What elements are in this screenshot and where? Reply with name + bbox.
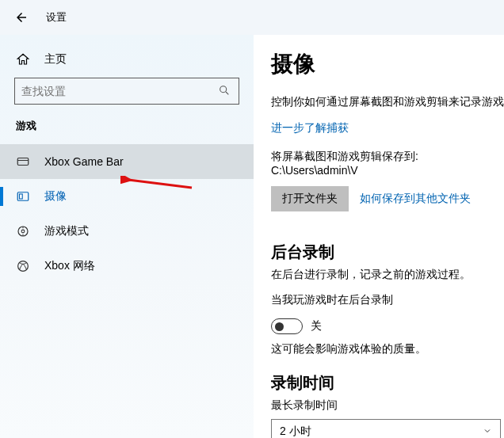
record-time-dropdown[interactable]: 2 小时	[271, 419, 501, 438]
page-description: 控制你如何通过屏幕截图和游戏剪辑来记录游戏	[271, 93, 504, 110]
open-folder-button[interactable]: 打开文件夹	[271, 186, 349, 211]
sidebar-item-label: 游戏模式	[44, 224, 89, 238]
background-record-toggle[interactable]	[271, 318, 303, 334]
background-record-warning: 这可能会影响游戏体验的质量。	[271, 342, 504, 356]
svg-line-1	[226, 92, 228, 94]
capture-icon	[16, 189, 30, 204]
svg-point-0	[220, 86, 227, 92]
save-path-label: 将屏幕截图和游戏剪辑保存到: C:\Users\admin\V	[271, 150, 504, 177]
chevron-down-icon	[483, 425, 492, 438]
page-title: 摄像	[271, 49, 504, 79]
sidebar-item-capture[interactable]: 摄像	[0, 179, 254, 214]
search-box[interactable]	[14, 78, 239, 105]
learn-more-link[interactable]: 进一步了解捕获	[271, 121, 504, 135]
game-mode-icon	[16, 224, 30, 238]
record-time-label: 最长录制时间	[271, 398, 504, 413]
home-icon	[16, 52, 30, 67]
sidebar-item-game-mode[interactable]: 游戏模式	[0, 214, 254, 249]
record-time-value: 2 小时	[280, 425, 311, 438]
arrow-left-icon	[14, 10, 29, 25]
search-input[interactable]	[21, 85, 218, 97]
xbox-icon	[16, 259, 30, 273]
sidebar-section-label: 游戏	[0, 119, 254, 144]
background-record-desc: 在后台进行录制，记录之前的游戏过程。	[271, 268, 504, 282]
game-bar-icon	[16, 154, 30, 169]
toggle-state-label: 关	[311, 319, 322, 333]
window-title: 设置	[46, 10, 67, 25]
sidebar-item-label: Xbox Game Bar	[44, 155, 124, 168]
home-link[interactable]: 主页	[0, 48, 254, 78]
main-content: 摄像 控制你如何通过屏幕截图和游戏剪辑来记录游戏 进一步了解捕获 将屏幕截图和游…	[254, 35, 504, 438]
svg-rect-2	[17, 158, 29, 166]
record-time-heading: 录制时间	[271, 372, 504, 394]
home-label: 主页	[44, 52, 67, 67]
sidebar-item-label: Xbox 网络	[44, 259, 95, 273]
search-icon	[218, 84, 231, 99]
svg-point-7	[21, 230, 25, 233]
sidebar: 主页 游戏 Xbox Game Bar 摄像	[0, 35, 254, 438]
save-elsewhere-link[interactable]: 如何保存到其他文件夹	[360, 192, 471, 206]
background-record-toggle-label: 当我玩游戏时在后台录制	[271, 293, 504, 307]
sidebar-item-label: 摄像	[44, 189, 67, 204]
sidebar-item-xbox-network[interactable]: Xbox 网络	[0, 249, 254, 284]
sidebar-item-xbox-game-bar[interactable]: Xbox Game Bar	[0, 144, 254, 179]
svg-rect-5	[20, 194, 23, 199]
back-button[interactable]	[14, 10, 29, 25]
background-record-heading: 后台录制	[271, 242, 504, 263]
